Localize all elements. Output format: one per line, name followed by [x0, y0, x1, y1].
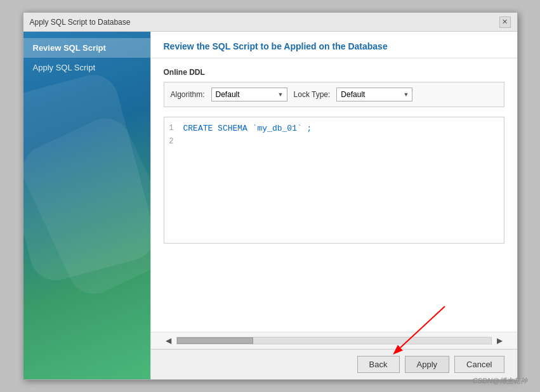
algorithm-select[interactable]: Default	[211, 88, 287, 101]
line-number-2: 2	[168, 136, 183, 148]
lock-type-label: Lock Type:	[294, 90, 331, 99]
ddl-options-row: Algorithm: Default Lock Type: Default	[164, 82, 504, 107]
line-number-1: 1	[168, 122, 183, 134]
dialog-titlebar: Apply SQL Script to Database ✕	[23, 13, 517, 32]
sql-editor: 1 CREATE SCHEMA `my_db_01` ; 2	[164, 117, 504, 244]
sql-line-1: 1 CREATE SCHEMA `my_db_01` ;	[168, 122, 501, 136]
dialog: Apply SQL Script to Database ✕ Review SQ…	[23, 12, 518, 380]
dialog-body: Review SQL Script Apply SQL Script Revie…	[23, 32, 517, 379]
sidebar-item-label: Apply SQL Script	[33, 63, 96, 72]
online-ddl-label: Online DDL	[164, 68, 504, 77]
apply-button[interactable]: Apply	[405, 356, 450, 373]
lock-type-select-wrapper: Default	[336, 88, 412, 101]
online-ddl-section: Online DDL Algorithm: Default Lock Type:…	[164, 68, 504, 107]
main-header: Review the SQL Script to be Applied on t…	[151, 32, 517, 58]
sidebar-item-apply-sql-script[interactable]: Apply SQL Script	[23, 58, 150, 77]
sql-line-2: 2	[168, 136, 501, 148]
dialog-title: Apply SQL Script to Database	[30, 18, 131, 27]
sidebar-item-review-sql-script[interactable]: Review SQL Script	[23, 38, 150, 58]
main-content: Review the SQL Script to be Applied on t…	[150, 32, 517, 379]
sidebar: Review SQL Script Apply SQL Script	[23, 32, 150, 379]
lock-type-select[interactable]: Default	[336, 88, 412, 101]
main-body: Online DDL Algorithm: Default Lock Type:…	[151, 58, 517, 332]
scroll-thumb	[177, 337, 253, 344]
scroll-area: ◀ ▶	[151, 332, 517, 349]
page-title: Review the SQL Script to be Applied on t…	[164, 41, 504, 51]
sidebar-item-label: Review SQL Script	[33, 43, 106, 53]
watermark: CSDN@博主花神	[473, 376, 527, 386]
annotation-arrow	[394, 306, 458, 357]
back-button[interactable]: Back	[357, 356, 400, 373]
scroll-left-arrow[interactable]: ◀	[164, 336, 173, 345]
cancel-button[interactable]: Cancel	[454, 356, 504, 373]
close-icon: ✕	[502, 18, 508, 26]
dialog-footer: Back Apply Cancel	[151, 349, 517, 379]
algorithm-label: Algorithm:	[171, 90, 205, 99]
algorithm-select-wrapper: Default	[211, 88, 287, 101]
close-button[interactable]: ✕	[499, 16, 511, 28]
line-code-1: CREATE SCHEMA `my_db_01` ;	[183, 122, 312, 136]
svg-line-1	[400, 306, 445, 348]
scroll-right-arrow[interactable]: ▶	[495, 336, 504, 345]
